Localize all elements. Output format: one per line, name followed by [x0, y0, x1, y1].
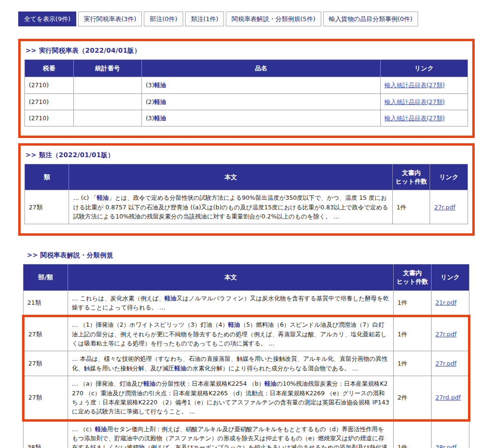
link-cell: 輸入統計品目表(27類): [380, 93, 468, 110]
body-text-cell: … （1）揮発油（2）ホワイトスピリッツ（3）灯油（4）軽油（5）燃料油（6）ス…: [68, 316, 394, 351]
table-row: 38類 … （c）軽油用セタン価向上剤：例えば、硝酸アルキル及び亜硝酸アルキルを…: [23, 420, 469, 448]
pdf-link[interactable]: 27rd.pdf: [435, 394, 461, 401]
highlight-box-explanatory-rows: 27類 … （1）揮発油（2）ホワイトスピリッツ（3）灯油（4）軽油（5）燃料油…: [23, 316, 469, 420]
import-statistics-link[interactable]: 輸入統計品目表(27類): [385, 98, 445, 105]
column-header-link: リンク: [380, 59, 468, 77]
column-header-chapter: 類: [25, 164, 69, 190]
link-cell: 21r.pdf: [431, 290, 469, 316]
link-cell: 27r.pdf: [430, 190, 468, 224]
column-header-section-chapter: 部/類: [23, 264, 68, 290]
column-header-link: リンク: [431, 264, 469, 290]
column-header-body-text: 本文: [68, 264, 394, 290]
item-name-cell: (2)軽油: [141, 93, 380, 110]
column-header-stat-number: 統計番号: [73, 59, 141, 77]
body-text-cell: … (c) 「軽油」とは、政令で定める分留性状の試験方法による90%留出温度が3…: [69, 190, 393, 224]
pdf-link[interactable]: 27r.pdf: [435, 360, 456, 367]
tax-number-cell: (2710): [25, 77, 74, 93]
tab-classification-examples[interactable]: 輸入貨物の品目分類事例(0件): [323, 11, 419, 26]
tariff-table: 税番 統計番号 品名 リンク (2710) (3)軽油 輸入統計品目表(27類)…: [24, 59, 468, 127]
column-header-link: リンク: [430, 164, 468, 190]
pdf-link[interactable]: 21r.pdf: [435, 299, 456, 306]
table-row: 21類 … これらは、炭化水素（例えば、軽油又はノルマルパラフィン）又は炭水化物…: [23, 290, 469, 316]
explanatory-notes-table: 部/類 本文 文書内 ヒット件数 リンク 21類 … これらは、炭化水素（例えば…: [22, 264, 470, 448]
stat-number-cell: [73, 110, 141, 126]
table-row: 27類 … (c) 「軽油」とは、政令で定める分留性状の試験方法による90%留出…: [25, 190, 468, 224]
hit-count-cell: 1件: [392, 190, 430, 224]
item-name-cell: (3)軽油: [141, 110, 380, 126]
column-header-tax-number: 税番: [25, 59, 74, 77]
tax-number-cell: (2710): [25, 110, 74, 126]
stat-number-cell: [73, 93, 141, 110]
column-header-body-text: 本文: [69, 164, 393, 190]
section-title-explanatory: >> 関税率表解説・分類例規: [27, 251, 470, 260]
body-text-cell: … これらは、炭化水素（例えば、軽油又はノルマルパラフィン）又は炭水化物を含有す…: [68, 290, 394, 316]
section-title-tariff: >> 実行関税率表（2022/04/01版）: [25, 46, 468, 55]
tax-number-cell: (2710): [25, 93, 74, 110]
table-header-row: 税番 統計番号 品名 リンク: [25, 59, 468, 77]
chapter-cell: 27類: [23, 376, 68, 421]
link-cell: 輸入統計品目表(27類): [380, 110, 468, 126]
import-statistics-link[interactable]: 輸入統計品目表(27類): [385, 81, 445, 89]
column-header-hit-count: 文書内 ヒット件数: [392, 164, 430, 190]
body-text-cell: … 本品は、様々な技術的処理（すなわち、石油の直接蒸留、触媒を用いた接触改質、ア…: [68, 351, 394, 376]
hit-count-cell: 1件: [393, 420, 431, 448]
table-row: (2710) (2)軽油 輸入統計品目表(27類): [25, 93, 468, 110]
chapter-cell: 27類: [23, 351, 68, 376]
stat-number-cell: [73, 77, 141, 93]
tab-tariff-schedule[interactable]: 実行関税率表(3件): [78, 11, 142, 26]
column-header-hit-count: 文書内 ヒット件数: [393, 264, 431, 290]
hit-count-cell: 1件: [393, 351, 431, 376]
table-row: 27類 … （1）揮発油（2）ホワイトスピリッツ（3）灯油（4）軽油（5）燃料油…: [23, 316, 469, 351]
table-row: (2710) (3)軽油 輸入統計品目表(27類): [25, 77, 468, 93]
section-title-chapter-notes: >> 類注（2022/01/01版）: [25, 151, 468, 160]
chapter-cell: 27類: [25, 190, 69, 224]
tab-show-all[interactable]: 全てを表示(9件): [18, 11, 76, 26]
hit-count-cell: 1件: [393, 316, 431, 351]
table-row: 27類 … 本品は、様々な技術的処理（すなわち、石油の直接蒸留、触媒を用いた接触…: [23, 351, 469, 376]
item-name-cell: (3)軽油: [141, 77, 380, 93]
chapter-cell: 38類: [23, 420, 68, 448]
tariff-search-results-page: 全てを表示(9件) 実行関税率表(3件) 部注(0件) 類注(1件) 関税率表解…: [0, 0, 491, 448]
column-header-item-name: 品名: [141, 59, 380, 77]
highlight-box-chapter-notes: >> 類注（2022/01/01版） 類 本文 文書内 ヒット件数 リンク 27…: [18, 143, 475, 236]
pdf-link[interactable]: 27r.pdf: [434, 204, 455, 211]
chapter-notes-table: 類 本文 文書内 ヒット件数 リンク 27類 … (c) 「軽油」とは、政令で定…: [24, 164, 468, 224]
table-header-row: 類 本文 文書内 ヒット件数 リンク: [25, 164, 468, 190]
chapter-cell: 21類: [23, 290, 68, 316]
hit-count-cell: 2件: [393, 376, 431, 421]
highlight-box-tariff: >> 実行関税率表（2022/04/01版） 税番 統計番号 品名 リンク (2…: [18, 39, 475, 138]
tab-section-notes[interactable]: 部注(0件): [144, 11, 183, 26]
result-tab-bar: 全てを表示(9件) 実行関税率表(3件) 部注(0件) 類注(1件) 関税率表解…: [18, 11, 475, 26]
table-row: (2710) (3)軽油 輸入統計品目表(27類): [25, 110, 468, 126]
link-cell: 27r.pdf: [431, 316, 469, 351]
link-cell: 輸入統計品目表(27類): [380, 77, 468, 93]
link-cell: 27rd.pdf: [431, 376, 469, 421]
body-text-cell: … （a）揮発油、灯油及び軽油の分留性状：日本産業規格K2254 （b）軽油の1…: [68, 376, 394, 421]
table-row: 27類 … （a）揮発油、灯油及び軽油の分留性状：日本産業規格K2254 （b）…: [23, 376, 469, 421]
chapter-cell: 27類: [23, 316, 68, 351]
tab-chapter-notes[interactable]: 類注(1件): [185, 11, 224, 26]
link-cell: 38r.pdf: [431, 420, 469, 448]
hit-count-cell: 1件: [393, 290, 431, 316]
link-cell: 27r.pdf: [431, 351, 469, 376]
table-header-row: 部/類 本文 文書内 ヒット件数 リンク: [23, 264, 469, 290]
pdf-link[interactable]: 27r.pdf: [435, 331, 456, 338]
import-statistics-link[interactable]: 輸入統計品目表(27類): [385, 115, 445, 122]
explanatory-notes-section: >> 関税率表解説・分類例規 部/類 本文 文書内 ヒット件数 リンク 21類 …: [18, 251, 475, 448]
tab-explanatory-notes[interactable]: 関税率表解説・分類例規(5件): [226, 11, 321, 26]
pdf-link[interactable]: 38r.pdf: [435, 444, 456, 448]
body-text-cell: … （c）軽油用セタン価向上剤：例えば、硝酸アルキル及び亜硝酸アルキルをもととす…: [68, 420, 394, 448]
